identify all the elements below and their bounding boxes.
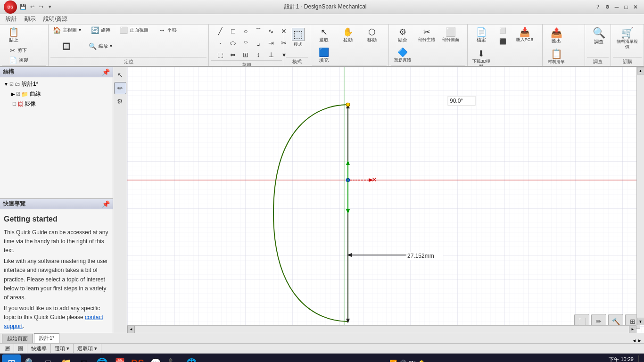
tab-next-btn[interactable]: ► [637,338,642,343]
tb-mail[interactable]: ✉ [75,354,92,362]
move-btn[interactable]: ⬡ 移動 [360,25,384,45]
survey-label: 調查 [587,57,609,65]
tb-edge[interactable]: 🌐 [183,354,200,362]
split-body-btn[interactable]: ✂ 剖分主體 [415,25,438,45]
quick-nav-heading: Getting started [4,213,109,225]
qa-redo[interactable]: ↪ [37,3,45,11]
tree-check-2[interactable]: ☐ [12,101,17,107]
cut-icon: ✂ [10,47,16,54]
front-view-btn[interactable]: ⬜ 正面視圖 [117,25,151,35]
split-face-btn[interactable]: ⬜ 剖分圖面 [439,25,462,45]
svg-text:90.0°: 90.0° [450,98,463,104]
pull-btn[interactable]: ✋ 拉動 [336,25,360,45]
panel-tab-selection[interactable]: 選取項 ▾ [74,344,101,353]
tb-line[interactable]: 💬 [147,354,164,362]
systray-keyboard[interactable]: EN [408,360,415,362]
settings-btn[interactable]: ⚙ [603,2,612,12]
svg-point-11 [346,103,350,107]
rotate-btn[interactable]: 🔄 旋轉 [84,25,117,35]
tb-search[interactable]: 🔍 [22,354,39,362]
toolbar-select-btn[interactable]: ↖ [114,69,126,81]
project-solid-btn[interactable]: 🔷 投影實體 [391,46,414,65]
canvas-area[interactable]: 90.0° ✕ 27.152mm [127,67,644,333]
combine-btn[interactable]: ⚙ 結合 [391,25,414,45]
toolbar-snap-btn[interactable]: ⚙ [114,95,126,107]
systray-volume[interactable]: 🔊 [399,360,406,362]
canvas-scrollbar-right[interactable]: ▲ ▼ [636,67,644,325]
tb-browser-ie[interactable]: 🌐 [93,354,110,362]
show-desktop-btn[interactable] [638,354,642,362]
home-view-btn[interactable]: 🏠 主視圖▾ [50,25,83,35]
menu-help[interactable]: 說明/資源 [40,14,71,24]
quick-nav-header[interactable]: 快速導覽 📌 [0,199,113,209]
tab-prev-btn[interactable]: ◄ [632,338,636,343]
order-btn[interactable]: 🛒 物料清單報價 [613,25,641,52]
panel-tab-drawing[interactable]: 圖 [14,344,27,353]
quick-nav-pin-btn[interactable]: 📌 [102,200,110,208]
export-btn[interactable]: 📤 匯出 [545,25,568,46]
file-btn[interactable]: 📄 檔案 [470,25,493,45]
tab-design1[interactable]: 設計1* [34,333,59,343]
survey-btn[interactable]: 🔍 調查 [587,25,611,47]
scale-btn[interactable]: 🔲 [50,41,83,51]
cut-btn[interactable]: ✂ 剪下 [2,46,35,55]
tab-start-page[interactable]: 起始頁面 [2,334,33,343]
tree-item-image[interactable]: ☐ 🖼 影像 [9,99,111,109]
tree-item-curves[interactable]: ▶ ☑ 📁 曲線 [9,89,111,99]
sketch-label: 草圖 [211,60,282,67]
systray-show-hidden[interactable]: ▲ [382,360,388,362]
tb-calendar[interactable]: 📅 [111,354,128,362]
structure-panel-header[interactable]: 結構 📌 [0,67,113,77]
systray-network[interactable]: 📶 [389,360,397,362]
tree-item-design[interactable]: ▼ ☑ 🗂 設計1* [2,79,111,89]
import-pcb-btn[interactable]: 📥 匯入PCB [513,25,537,45]
fill-btn[interactable]: 🟦 填充 [312,46,336,66]
tree-check-1[interactable]: ☑ [16,91,20,97]
mode-btn[interactable]: ⬚ 模式 [286,25,310,49]
select-btn[interactable]: ↖ 選取 [312,25,336,45]
qa-undo[interactable]: ↩ [28,3,36,11]
qa-dropdown[interactable]: ▾ [46,3,54,11]
tb-task-view[interactable]: □ [40,354,57,362]
zoom-btn[interactable]: 🔍 縮放▾ [84,41,117,51]
qa-save[interactable]: 💾 [19,3,27,11]
tb-skype[interactable]: 📞 [165,354,182,362]
scroll-right-btn[interactable]: ► [629,326,636,333]
menu-view[interactable]: 顯示 [21,14,40,24]
tb-ds[interactable]: DS [129,354,146,362]
panel-tab-layer[interactable]: 層 [1,344,14,353]
copy-btn[interactable]: 📄 複製 [2,56,35,65]
panel-tab-options[interactable]: 選項 ▾ [51,344,74,353]
pan-btn[interactable]: ↔ 平移 [151,25,184,35]
systray: ▲ 📶 🔊 EN 🔔 [380,360,427,362]
maximize-btn[interactable]: □ [621,2,631,12]
systray-update[interactable]: 🔔 [418,360,425,362]
canvas-scrollbar-bottom[interactable]: ◄ ► [127,325,636,333]
close-btn[interactable]: ✕ [631,2,640,12]
insert-misc2[interactable]: ⬛ [494,36,512,47]
download-3d-btn[interactable]: ⬇ 下載3D模型 [470,47,493,67]
clock[interactable]: 下午 10:29 2016/11/22 [608,356,637,362]
tree-check-0[interactable]: ☑ [9,82,14,87]
start-btn[interactable]: ⊞ [2,354,21,362]
toolbar-draw-btn[interactable]: ✏ [114,82,126,94]
paste-btn[interactable]: 📋 貼上 [2,25,25,45]
menu-design[interactable]: 設計 [2,14,21,24]
title-bar: DS 💾 ↩ ↪ ▾ 設計1 - DesignSpark Mechanical … [0,0,644,14]
help-btn[interactable]: ? [593,2,603,12]
minimize-btn[interactable]: ─ [612,2,621,12]
tree-expand-0[interactable]: ▼ [4,82,8,87]
bom-btn[interactable]: 📋 材料清單 [545,47,568,67]
curves-icon: 📁 [21,91,28,98]
structure-pin-btn[interactable]: 📌 [102,68,110,76]
tb-explorer[interactable]: 📁 [58,354,74,362]
canvas-toolbar: ↖ ✏ ⚙ [113,67,127,333]
panel-tab-quicknav[interactable]: 快速導 [27,344,51,353]
contact-support-link[interactable]: contact support [4,314,103,329]
scroll-left-btn[interactable]: ◄ [127,326,135,333]
insert-misc1[interactable]: ⬜ [494,25,512,36]
scroll-down-btn[interactable]: ▼ [637,318,644,325]
scroll-up-btn[interactable]: ▲ [637,67,644,74]
menu-bar: 設計 顯示 說明/資源 [0,14,644,25]
tree-expand-1[interactable]: ▶ [11,91,15,97]
